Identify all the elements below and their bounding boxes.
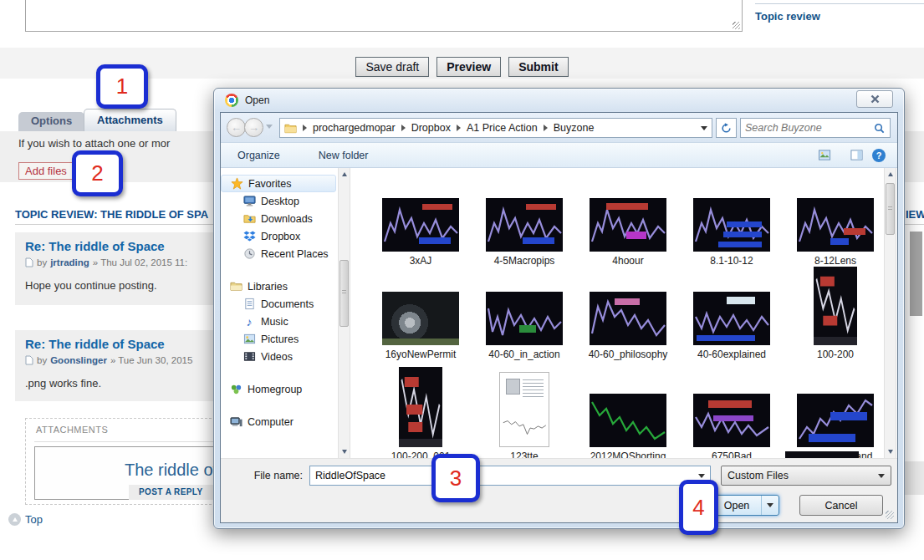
breadcrumb-item[interactable]: Dropbox — [411, 122, 451, 134]
sidebar-item-music[interactable]: ♪ Music — [221, 313, 338, 330]
address-dropdown-icon[interactable] — [701, 126, 707, 130]
file-item[interactable]: 4hoour — [576, 178, 680, 267]
file-name: 4-5Macropips — [494, 255, 555, 267]
close-icon[interactable] — [856, 90, 893, 108]
topic-review-link[interactable]: Topic review — [755, 10, 820, 23]
attachment-title[interactable]: The riddle of — [125, 461, 217, 480]
sidebar-item-pictures[interactable]: Pictures — [221, 330, 338, 348]
breadcrumb-item[interactable]: Buyzone — [554, 122, 595, 134]
breadcrumb-item[interactable]: A1 Price Action — [467, 122, 538, 134]
open-split-dropdown-icon[interactable] — [762, 496, 779, 515]
scrollbar-thumb[interactable] — [886, 183, 895, 235]
file-name-combobox[interactable] — [309, 466, 711, 486]
search-input[interactable] — [745, 122, 873, 134]
scrollbar-thumb[interactable] — [339, 260, 349, 327]
post-author-link[interactable]: Goonslinger — [50, 355, 107, 365]
file-thumbnail — [590, 394, 666, 447]
file-name: 4hoour — [612, 255, 643, 267]
file-item[interactable]: 3xAJ — [369, 178, 472, 267]
refresh-icon[interactable] — [716, 118, 737, 138]
search-icon[interactable] — [873, 122, 886, 135]
sidebar-item-label: Desktop — [261, 196, 299, 207]
file-name-input[interactable] — [315, 470, 698, 481]
sidebar-item-downloads[interactable]: Downloads — [221, 210, 338, 227]
cancel-button[interactable]: Cancel — [799, 495, 883, 516]
file-item[interactable]: 8-12Lens — [784, 178, 887, 267]
file-list: 3xAJ 4-5Macropips 4hoour — [350, 168, 884, 458]
file-item[interactable]: 40-60explained — [680, 267, 784, 360]
scroll-up-icon[interactable] — [339, 168, 350, 181]
dialog-toolbar: Organize New folder — [221, 143, 897, 168]
post-author-link[interactable]: jrtrading — [50, 257, 89, 267]
open-button-label[interactable]: Open — [712, 496, 762, 515]
tab-attachments[interactable]: Attachments — [84, 109, 176, 131]
file-thumbnail — [797, 394, 874, 447]
add-files-button[interactable]: Add files — [18, 162, 74, 180]
organize-button[interactable]: Organize — [237, 150, 288, 161]
file-thumbnail — [486, 292, 563, 345]
file-item[interactable]: 123tte — [472, 360, 576, 462]
new-folder-button[interactable]: New folder — [319, 150, 369, 161]
file-item[interactable]: 40-60_philosophy — [576, 267, 680, 360]
breadcrumb-arrow-icon[interactable] — [401, 125, 406, 131]
chevron-down-icon[interactable] — [698, 474, 705, 478]
scroll-down-icon[interactable] — [339, 445, 350, 458]
file-name: 100-200 — [817, 349, 854, 360]
sidebar-item-computer[interactable]: Computer — [221, 413, 338, 430]
file-name: 40-60_in_action — [488, 349, 559, 360]
sidebar-item-dropbox[interactable]: Dropbox — [221, 227, 338, 245]
file-item[interactable]: 40-60_in_action — [472, 267, 576, 360]
dropbox-icon — [242, 230, 256, 243]
submit-button[interactable]: Submit — [508, 57, 568, 77]
file-item[interactable]: 100-200_001 — [369, 360, 472, 462]
file-type-value: Custom Files — [727, 470, 878, 481]
breadcrumb-arrow-icon[interactable] — [544, 125, 548, 131]
file-name-label: File name: — [221, 470, 303, 481]
sidebar-item-label: Documents — [261, 298, 314, 310]
address-bar[interactable]: prochargedmopar Dropbox A1 Price Action … — [279, 118, 712, 138]
sidebar-item-recent-places[interactable]: Recent Places — [221, 245, 338, 262]
back-icon[interactable]: ← — [227, 118, 246, 137]
preview-pane-icon[interactable] — [850, 149, 863, 161]
save-draft-button[interactable]: Save draft — [355, 57, 429, 77]
file-item[interactable]: 2012MOShorting — [576, 360, 680, 462]
sidebar-item-favorites[interactable]: Favorites — [221, 175, 336, 192]
sidebar-scrollbar[interactable] — [338, 168, 350, 458]
sidebar-item-homegroup[interactable]: Homegroup — [221, 380, 338, 398]
file-item[interactable]: 100-200 — [784, 267, 887, 360]
sidebar-item-documents[interactable]: Documents — [221, 295, 338, 313]
file-item[interactable]: 8.1-10-12 — [680, 178, 784, 267]
breadcrumb-item[interactable]: prochargedmopar — [313, 122, 396, 134]
top-link[interactable]: Top — [8, 513, 43, 526]
forward-icon[interactable]: → — [244, 118, 263, 137]
music-icon: ♪ — [242, 315, 256, 328]
open-button[interactable]: Open — [712, 495, 779, 516]
file-type-select[interactable]: Custom Files — [721, 466, 891, 486]
file-item[interactable]: 4-5Macropips — [472, 178, 576, 267]
textarea-resize-handle[interactable] — [733, 22, 740, 29]
dialog-titlebar[interactable]: Open — [214, 89, 904, 112]
history-dropdown-icon[interactable] — [266, 125, 273, 129]
views-button[interactable] — [818, 149, 841, 161]
topic-review-scrollbar-thumb[interactable] — [910, 232, 922, 316]
file-item[interactable]: adjusteddemand — [784, 360, 887, 462]
preview-button[interactable]: Preview — [436, 57, 501, 77]
sidebar-item-label: Pictures — [261, 333, 299, 345]
navigation-bar: ← → prochargedmopar Dropbox A1 Price Act… — [221, 113, 897, 143]
help-icon[interactable]: ? — [872, 149, 886, 162]
sidebar-item-videos[interactable]: Videos — [221, 348, 338, 365]
file-item[interactable]: 16yoNewPermit — [369, 267, 472, 360]
annotation-badge-4: 4 — [679, 480, 718, 535]
tab-options[interactable]: Options — [18, 112, 84, 131]
sidebar-item-desktop[interactable]: Desktop — [221, 192, 338, 210]
sidebar-item-libraries[interactable]: Libraries — [221, 277, 338, 295]
file-list-scrollbar[interactable] — [884, 168, 896, 458]
scroll-up-icon[interactable] — [885, 168, 896, 181]
file-thumbnail — [797, 198, 874, 252]
post-doc-icon — [25, 257, 33, 267]
scroll-down-icon[interactable] — [885, 445, 896, 458]
file-item[interactable]: 6750Bad — [680, 360, 784, 462]
breadcrumb-arrow-icon[interactable] — [457, 125, 461, 131]
message-textarea[interactable] — [25, 0, 743, 32]
resize-grip[interactable] — [886, 511, 894, 519]
